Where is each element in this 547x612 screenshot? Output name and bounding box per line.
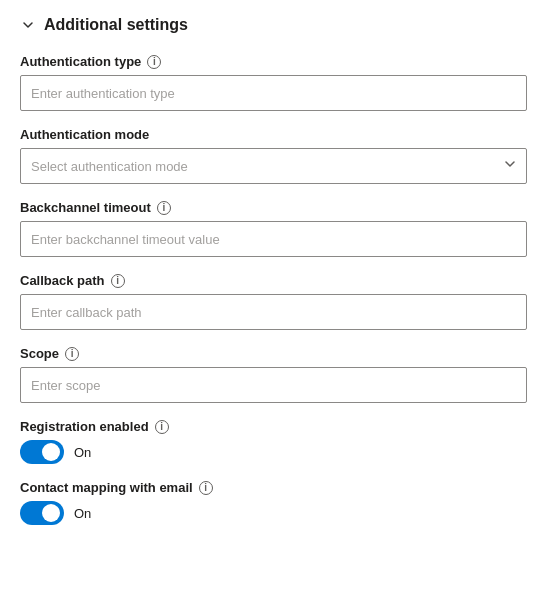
contact-mapping-toggle[interactable] xyxy=(20,501,64,525)
registration-enabled-value: On xyxy=(74,445,91,460)
contact-mapping-label: Contact mapping with email i xyxy=(20,480,527,495)
auth-mode-field: Authentication mode Select authenticatio… xyxy=(20,127,527,184)
section-header: Additional settings xyxy=(20,16,527,34)
callback-path-label: Callback path i xyxy=(20,273,527,288)
auth-mode-select[interactable]: Select authentication mode xyxy=(20,148,527,184)
scope-label: Scope i xyxy=(20,346,527,361)
contact-mapping-slider xyxy=(20,501,64,525)
scope-field: Scope i xyxy=(20,346,527,403)
auth-type-field: Authentication type i xyxy=(20,54,527,111)
contact-mapping-field: Contact mapping with email i On xyxy=(20,480,527,525)
auth-type-input[interactable] xyxy=(20,75,527,111)
backchannel-timeout-info-icon[interactable]: i xyxy=(157,201,171,215)
contact-mapping-toggle-row: On xyxy=(20,501,527,525)
backchannel-timeout-field: Backchannel timeout i xyxy=(20,200,527,257)
callback-path-info-icon[interactable]: i xyxy=(111,274,125,288)
registration-enabled-info-icon[interactable]: i xyxy=(155,420,169,434)
collapse-icon[interactable] xyxy=(20,17,36,33)
contact-mapping-value: On xyxy=(74,506,91,521)
scope-input[interactable] xyxy=(20,367,527,403)
registration-enabled-slider xyxy=(20,440,64,464)
section-title: Additional settings xyxy=(44,16,188,34)
scope-info-icon[interactable]: i xyxy=(65,347,79,361)
backchannel-timeout-label: Backchannel timeout i xyxy=(20,200,527,215)
auth-type-label: Authentication type i xyxy=(20,54,527,69)
callback-path-field: Callback path i xyxy=(20,273,527,330)
registration-enabled-field: Registration enabled i On xyxy=(20,419,527,464)
registration-enabled-toggle-row: On xyxy=(20,440,527,464)
registration-enabled-label: Registration enabled i xyxy=(20,419,527,434)
auth-mode-select-wrapper: Select authentication mode xyxy=(20,148,527,184)
backchannel-timeout-input[interactable] xyxy=(20,221,527,257)
registration-enabled-toggle[interactable] xyxy=(20,440,64,464)
auth-mode-label: Authentication mode xyxy=(20,127,527,142)
auth-type-info-icon[interactable]: i xyxy=(147,55,161,69)
callback-path-input[interactable] xyxy=(20,294,527,330)
contact-mapping-info-icon[interactable]: i xyxy=(199,481,213,495)
